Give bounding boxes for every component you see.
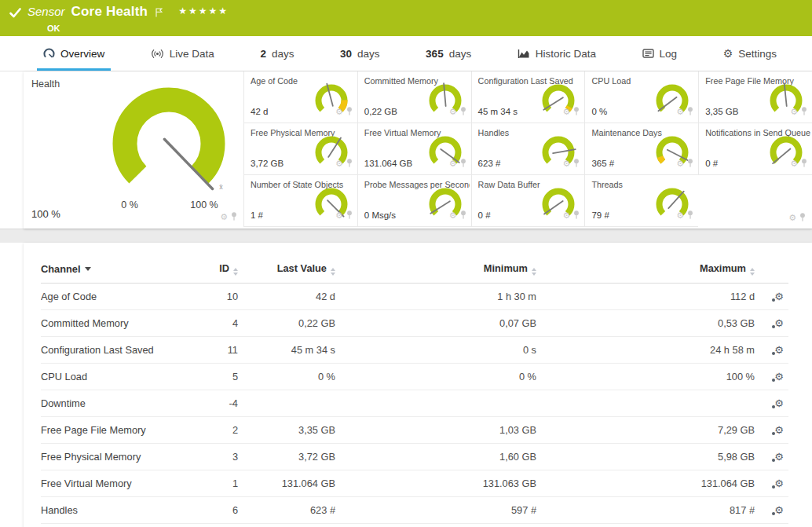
tab-2-days[interactable]: 2 days	[260, 36, 294, 71]
tab-365-days[interactable]: 365 days	[426, 36, 471, 71]
column-header-minimum[interactable]: Minimum	[340, 255, 541, 284]
channel-name: Age of Code	[41, 284, 203, 310]
gauge-tile: Number of State Objects 1 # ⚙	[243, 175, 357, 227]
table-row[interactable]: Free Virtual Memory 1 131.064 GB 131.063…	[41, 470, 788, 497]
gauge-title: Free Physical Memory	[251, 128, 356, 137]
gear-icon[interactable]: ⚙	[563, 159, 571, 168]
gear-icon[interactable]: ⚙	[335, 108, 343, 116]
pin-icon[interactable]	[801, 104, 807, 119]
column-label: Last Value	[277, 262, 327, 274]
channel-settings-icon[interactable]: ⚙	[774, 505, 784, 515]
gauge-value: 1 #	[251, 210, 263, 220]
gear-icon[interactable]: ⚙	[788, 214, 796, 222]
channel-settings-icon[interactable]: ⚙	[774, 371, 784, 382]
pin-icon[interactable]	[801, 156, 807, 170]
channel-name: Handles	[41, 497, 203, 524]
pin-icon[interactable]	[573, 104, 580, 119]
gear-icon[interactable]: ⚙	[335, 211, 343, 220]
gauge-tile: CPU Load 0 % ⚙	[584, 71, 698, 123]
table-row[interactable]: CPU Load 5 0 % 0 % 100 % ⚙	[41, 364, 788, 390]
tab-overview[interactable]: Overview	[43, 36, 104, 71]
pin-icon[interactable]	[346, 208, 353, 222]
gear-icon[interactable]: ⚙	[790, 108, 798, 116]
pin-icon[interactable]	[460, 208, 466, 222]
health-gauge-title: Health	[31, 79, 60, 90]
channel-settings-icon[interactable]: ⚙	[774, 318, 784, 328]
gear-icon[interactable]: ⚙	[676, 211, 684, 220]
column-header-actions	[759, 255, 788, 284]
channel-settings-icon[interactable]: ⚙	[774, 291, 784, 302]
pin-icon[interactable]	[346, 156, 353, 170]
pin-icon[interactable]	[460, 104, 466, 119]
gear-icon[interactable]: ⚙	[449, 159, 457, 168]
pin-icon[interactable]	[573, 208, 580, 222]
channel-settings-icon[interactable]: ⚙	[774, 425, 784, 435]
gear-icon[interactable]: ⚙	[449, 108, 457, 116]
table-row[interactable]: Committed Memory 4 0,22 GB 0,07 GB 0,53 …	[41, 310, 788, 337]
panel-divider	[0, 229, 812, 243]
table-row[interactable]: Free Physical Memory 3 3,72 GB 1,60 GB 5…	[41, 444, 788, 470]
gauge-tile: Free Page File Memory 3,35 GB ⚙	[698, 71, 812, 123]
channel-last-value: 623 #	[243, 497, 340, 524]
tab-bar: Overview Live Data 2 days 30 days 365 da…	[0, 36, 812, 71]
table-row[interactable]: Downtime -4 ⚙	[41, 390, 788, 417]
gauge-value: 623 #	[478, 159, 501, 168]
gauge-value: 0 %	[591, 107, 607, 116]
tab-settings[interactable]: ⚙ Settings	[723, 36, 777, 71]
gauge-tile: Raw Data Buffer 0 # ⚙	[471, 175, 585, 227]
tab-log[interactable]: Log	[642, 36, 678, 71]
gear-icon[interactable]: ⚙	[449, 211, 457, 220]
table-row[interactable]: Free Page File Memory 2 3,35 GB 1,03 GB …	[41, 417, 788, 444]
priority-flag-icon[interactable]	[155, 6, 163, 20]
gear-icon[interactable]: ⚙	[790, 159, 798, 168]
pin-icon[interactable]	[460, 156, 466, 170]
table-row[interactable]: Health 0 100 % 0 % 100 % ⚙	[41, 524, 788, 527]
gear-icon[interactable]: ⚙	[335, 159, 343, 168]
channel-minimum: 1,60 GB	[340, 444, 541, 470]
channel-id: 10	[203, 284, 243, 310]
gauge-title: Number of State Objects	[251, 180, 356, 189]
pin-icon[interactable]	[687, 104, 693, 119]
tab-historic-data[interactable]: Historic Data	[518, 36, 596, 71]
pin-icon[interactable]	[799, 210, 806, 225]
channel-settings-icon[interactable]: ⚙	[774, 478, 784, 489]
gauge-tile: Threads 79 # ⚙	[584, 175, 698, 227]
channel-id: 11	[203, 337, 243, 364]
tab-label: Live Data	[170, 48, 214, 60]
channel-name: Free Physical Memory	[41, 444, 203, 470]
column-label: Minimum	[484, 262, 528, 274]
table-row[interactable]: Handles 6 623 # 597 # 817 # ⚙	[41, 497, 788, 524]
channel-name: Free Virtual Memory	[41, 470, 203, 497]
channel-id: 1	[203, 470, 243, 497]
channel-settings-icon[interactable]: ⚙	[774, 345, 784, 355]
channel-maximum: 7,29 GB	[541, 417, 759, 444]
pin-icon[interactable]	[687, 156, 693, 170]
gear-icon[interactable]: ⚙	[563, 108, 571, 116]
tab-live-data[interactable]: Live Data	[151, 36, 214, 71]
pin-icon[interactable]	[231, 210, 237, 224]
channel-id: 3	[203, 444, 243, 470]
pin-icon[interactable]	[687, 208, 693, 222]
channel-id: 2	[203, 417, 243, 444]
column-header-last-value[interactable]: Last Value	[243, 255, 340, 284]
sort-icon	[532, 268, 536, 276]
column-header-id[interactable]: ID	[203, 255, 243, 284]
table-row[interactable]: Configuration Last Saved 11 45 m 34 s 0 …	[41, 337, 788, 364]
column-header-channel[interactable]: Channel	[41, 255, 203, 284]
priority-stars[interactable]: ★★★★★	[178, 5, 229, 16]
pin-icon[interactable]	[573, 156, 580, 170]
column-header-maximum[interactable]: Maximum	[541, 255, 759, 284]
channel-maximum: 100 %	[541, 364, 759, 390]
gear-icon[interactable]: ⚙	[676, 108, 684, 116]
gear-icon[interactable]: ⚙	[563, 211, 571, 220]
gear-icon[interactable]: ⚙	[220, 213, 228, 221]
channel-settings-icon[interactable]: ⚙	[774, 398, 784, 408]
channel-settings-icon[interactable]: ⚙	[774, 452, 784, 462]
gear-icon[interactable]: ⚙	[676, 159, 684, 168]
channel-minimum: 131.063 GB	[340, 470, 541, 497]
gauge-title: Probe Messages per Second	[364, 180, 470, 189]
tab-30-days[interactable]: 30 days	[340, 36, 380, 71]
table-row[interactable]: Age of Code 10 42 d 1 h 30 m 112 d ⚙	[41, 284, 788, 310]
pin-icon[interactable]	[346, 104, 353, 119]
gauge-title: Committed Memory	[364, 76, 470, 86]
